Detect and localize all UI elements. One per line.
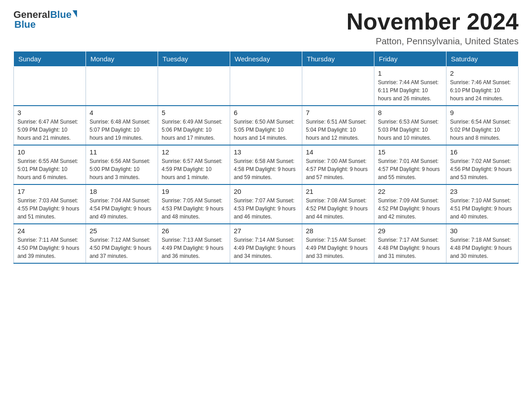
calendar-cell: 29Sunrise: 7:17 AM Sunset: 4:48 PM Dayli… [374,224,446,263]
day-info: Sunrise: 7:02 AM Sunset: 4:56 PM Dayligh… [450,157,515,181]
day-info: Sunrise: 7:04 AM Sunset: 4:54 PM Dayligh… [90,197,154,221]
calendar-cell: 15Sunrise: 7:01 AM Sunset: 4:57 PM Dayli… [374,145,446,184]
day-info: Sunrise: 7:17 AM Sunset: 4:48 PM Dayligh… [378,236,442,260]
day-info: Sunrise: 6:55 AM Sunset: 5:01 PM Dayligh… [17,157,82,181]
day-info: Sunrise: 7:11 AM Sunset: 4:50 PM Dayligh… [17,236,82,260]
day-number: 3 [17,109,82,116]
calendar-cell [86,67,158,106]
calendar-cell: 19Sunrise: 7:05 AM Sunset: 4:53 PM Dayli… [158,184,230,224]
calendar-cell: 10Sunrise: 6:55 AM Sunset: 5:01 PM Dayli… [14,145,86,184]
day-number: 23 [450,188,515,195]
weekday-header-tuesday: Tuesday [158,51,230,67]
calendar-cell: 28Sunrise: 7:15 AM Sunset: 4:49 PM Dayli… [302,224,374,263]
day-number: 19 [162,188,226,195]
day-info: Sunrise: 6:56 AM Sunset: 5:00 PM Dayligh… [90,157,154,181]
day-info: Sunrise: 7:01 AM Sunset: 4:57 PM Dayligh… [378,157,442,181]
day-number: 15 [378,148,442,156]
day-info: Sunrise: 7:03 AM Sunset: 4:55 PM Dayligh… [17,197,82,221]
day-info: Sunrise: 7:00 AM Sunset: 4:57 PM Dayligh… [306,157,370,181]
title-block: November 2024 Patton, Pennsylvania, Unit… [347,9,519,47]
day-info: Sunrise: 6:47 AM Sunset: 5:09 PM Dayligh… [17,118,82,142]
month-title: November 2024 [347,9,519,34]
calendar-cell: 27Sunrise: 7:14 AM Sunset: 4:49 PM Dayli… [230,224,302,263]
day-info: Sunrise: 6:50 AM Sunset: 5:05 PM Dayligh… [234,118,298,142]
calendar-cell [14,67,86,106]
day-number: 1 [378,69,442,77]
calendar-week-1: 1Sunrise: 7:44 AM Sunset: 6:11 PM Daylig… [14,67,519,106]
day-number: 7 [306,109,370,116]
weekday-header-monday: Monday [86,51,158,67]
day-number: 4 [90,109,154,116]
day-number: 12 [162,148,226,156]
calendar-week-4: 17Sunrise: 7:03 AM Sunset: 4:55 PM Dayli… [14,184,519,224]
day-number: 8 [378,109,442,116]
day-info: Sunrise: 7:44 AM Sunset: 6:11 PM Dayligh… [378,78,442,103]
weekday-header-saturday: Saturday [446,51,519,67]
logo-bottom-text: Blue [14,19,36,30]
day-number: 29 [378,227,442,235]
day-info: Sunrise: 7:10 AM Sunset: 4:51 PM Dayligh… [450,197,515,221]
day-info: Sunrise: 7:46 AM Sunset: 6:10 PM Dayligh… [450,78,515,103]
calendar-cell: 9Sunrise: 6:54 AM Sunset: 5:02 PM Daylig… [446,106,519,145]
calendar-cell: 16Sunrise: 7:02 AM Sunset: 4:56 PM Dayli… [446,145,519,184]
calendar-cell: 13Sunrise: 6:58 AM Sunset: 4:58 PM Dayli… [230,145,302,184]
calendar-cell: 21Sunrise: 7:08 AM Sunset: 4:52 PM Dayli… [302,184,374,224]
day-number: 28 [306,227,370,235]
day-info: Sunrise: 7:09 AM Sunset: 4:52 PM Dayligh… [378,197,442,221]
calendar-cell: 20Sunrise: 7:07 AM Sunset: 4:53 PM Dayli… [230,184,302,224]
day-info: Sunrise: 6:54 AM Sunset: 5:02 PM Dayligh… [450,118,515,142]
calendar-week-3: 10Sunrise: 6:55 AM Sunset: 5:01 PM Dayli… [14,145,519,184]
day-info: Sunrise: 6:58 AM Sunset: 4:58 PM Dayligh… [234,157,298,181]
calendar-cell: 14Sunrise: 7:00 AM Sunset: 4:57 PM Dayli… [302,145,374,184]
logo: General Blue Blue [13,9,77,30]
day-number: 25 [90,227,154,235]
day-number: 10 [17,148,82,156]
day-number: 18 [90,188,154,195]
calendar-cell: 17Sunrise: 7:03 AM Sunset: 4:55 PM Dayli… [14,184,86,224]
day-info: Sunrise: 7:18 AM Sunset: 4:48 PM Dayligh… [450,236,515,260]
day-info: Sunrise: 7:05 AM Sunset: 4:53 PM Dayligh… [162,197,226,221]
day-number: 22 [378,188,442,195]
calendar-cell: 6Sunrise: 6:50 AM Sunset: 5:05 PM Daylig… [230,106,302,145]
logo-triangle-icon [73,10,77,17]
day-info: Sunrise: 6:53 AM Sunset: 5:03 PM Dayligh… [378,118,442,142]
calendar-cell: 8Sunrise: 6:53 AM Sunset: 5:03 PM Daylig… [374,106,446,145]
weekday-header-friday: Friday [374,51,446,67]
day-info: Sunrise: 6:48 AM Sunset: 5:07 PM Dayligh… [90,118,154,142]
calendar-cell: 1Sunrise: 7:44 AM Sunset: 6:11 PM Daylig… [374,67,446,106]
weekday-header-sunday: Sunday [14,51,86,67]
calendar-cell [302,67,374,106]
calendar-cell [158,67,230,106]
day-info: Sunrise: 7:08 AM Sunset: 4:52 PM Dayligh… [306,197,370,221]
day-number: 20 [234,188,298,195]
weekday-header-wednesday: Wednesday [230,51,302,67]
day-info: Sunrise: 7:15 AM Sunset: 4:49 PM Dayligh… [306,236,370,260]
day-number: 13 [234,148,298,156]
day-number: 5 [162,109,226,116]
day-info: Sunrise: 6:57 AM Sunset: 4:59 PM Dayligh… [162,157,226,181]
calendar-cell: 5Sunrise: 6:49 AM Sunset: 5:06 PM Daylig… [158,106,230,145]
day-info: Sunrise: 6:51 AM Sunset: 5:04 PM Dayligh… [306,118,370,142]
day-number: 6 [234,109,298,116]
day-number: 24 [17,227,82,235]
day-number: 2 [450,69,515,77]
calendar-table: SundayMondayTuesdayWednesdayThursdayFrid… [13,51,519,264]
calendar-cell: 25Sunrise: 7:12 AM Sunset: 4:50 PM Dayli… [86,224,158,263]
calendar-cell: 2Sunrise: 7:46 AM Sunset: 6:10 PM Daylig… [446,67,519,106]
calendar-week-5: 24Sunrise: 7:11 AM Sunset: 4:50 PM Dayli… [14,224,519,263]
day-number: 16 [450,148,515,156]
calendar-cell: 7Sunrise: 6:51 AM Sunset: 5:04 PM Daylig… [302,106,374,145]
page-header: General Blue Blue November 2024 Patton, … [13,9,519,47]
calendar-cell: 24Sunrise: 7:11 AM Sunset: 4:50 PM Dayli… [14,224,86,263]
day-number: 14 [306,148,370,156]
calendar-cell: 26Sunrise: 7:13 AM Sunset: 4:49 PM Dayli… [158,224,230,263]
calendar-cell: 30Sunrise: 7:18 AM Sunset: 4:48 PM Dayli… [446,224,519,263]
day-number: 30 [450,227,515,235]
day-number: 9 [450,109,515,116]
calendar-cell: 4Sunrise: 6:48 AM Sunset: 5:07 PM Daylig… [86,106,158,145]
day-info: Sunrise: 7:14 AM Sunset: 4:49 PM Dayligh… [234,236,298,260]
logo-blue-text: Blue [50,9,72,21]
calendar-cell: 18Sunrise: 7:04 AM Sunset: 4:54 PM Dayli… [86,184,158,224]
day-number: 26 [162,227,226,235]
calendar-cell [230,67,302,106]
